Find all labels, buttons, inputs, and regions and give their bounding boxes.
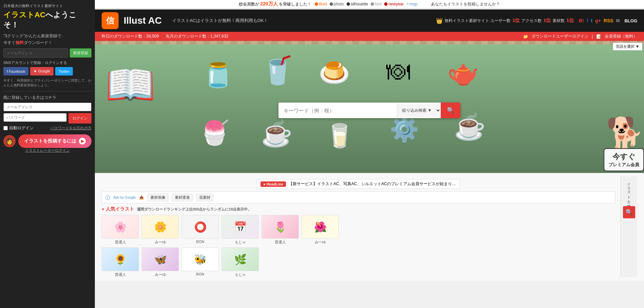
register-email-input[interactable] [3,48,68,58]
sidebar-subtitle: 日本最大の無料イラスト素材サイト [3,3,91,8]
sidebar-title: イラストACへようこそ！ [3,10,91,30]
social-links: B! f t g+ RSS ✉ BLOG [579,18,637,23]
top-nav: illust photo silhouette font newyear + m… [315,2,417,6]
right-search-button[interactable]: 🔍 [623,206,635,218]
promo-badge[interactable]: 今すぐ プレミアム会員 [604,148,644,171]
social-g-link[interactable]: g+ [595,18,601,23]
thumb-2: 🌼 [142,215,179,239]
social-t-link[interactable]: t [591,18,593,23]
register-button[interactable]: 新規登録 [70,48,91,58]
author-1: 普通人 [102,240,139,245]
facebook-button[interactable]: f Facebook [3,67,28,75]
list-item[interactable]: 🌺 みーゆ [302,215,339,245]
author-7: 普通人 [102,272,139,277]
nav-silhouette[interactable]: silhouette [347,2,368,6]
login-row: ログイン [3,113,91,124]
post-button[interactable]: イラストを投稿するには ▶ [18,134,91,148]
list-item[interactable]: 🌻 普通人 [102,247,139,277]
ads-link-1[interactable]: 素材画像 [147,194,168,201]
illustrator-login-link[interactable]: イラストレーターログイン [3,148,91,153]
yesterday-dl: 昨日のダウンロード数：59,509 [102,34,159,39]
list-item[interactable]: 🦋 みーゆ [142,247,179,277]
list-item[interactable]: 🌼 みーゆ [142,215,179,245]
thumb-4: 📅 [222,215,259,239]
plus-icon: + [407,2,409,6]
search-icon: 🔍 [447,107,454,114]
thumb-5: 🌷 [262,215,299,239]
popular-title: » 人気イラスト 週間ダウンロードランキング上位300点からランダムに19点表示… [102,206,615,212]
popular-desc: 週間ダウンロードランキング上位300点からランダムに19点表示中。 [137,207,252,212]
social-mail-link[interactable]: ✉ [616,18,620,23]
author-5: 普通人 [262,240,299,245]
download-bar: 昨日のダウンロード数：59,509 先月のダウンロード数：1,347,632 📁… [95,32,644,41]
promo-text: あなたもイラストを投稿しませんか？ [431,1,500,7]
list-item[interactable]: 🌿 もじゃ [222,247,259,277]
members-text: 総会員数が 220万人 を突破しました！ [239,1,311,7]
member-register-link[interactable]: 会員登録（無料） [605,34,637,39]
list-item[interactable]: 🌸 普通人 [102,215,139,245]
search-button[interactable]: 🔍 [441,103,460,118]
nav-photo[interactable]: photo [330,2,344,6]
headline-label: ● HeadLine [261,181,286,187]
popular-grid-2: 🌻 普通人 🦋 みーゆ 🐝 BON 🌿 もじゃ [102,247,615,277]
lower-section: ● HeadLine 【新サービス】イラストAC、写真AC、シルエットACのプレ… [95,173,644,281]
ads-row: i Ads by Google 📤 素材画像 素材透過 花素材 [102,192,615,203]
avatar-icon: 👩 [6,137,13,145]
dot-font [371,2,374,6]
thumb-8: 🦋 [142,247,179,271]
search-container: 絞り込み検索 ▼ 🔍 [278,103,460,118]
dog-illustration: 🐕 [606,118,644,148]
nav-newyear[interactable]: newyear [384,2,403,6]
social-b-link[interactable]: B! [579,18,584,23]
thumb-1: 🌸 [102,215,139,239]
google-button[interactable]: ★ Google [30,67,54,75]
list-item[interactable]: ⭕ BON [182,215,219,245]
ads-export-icon: 📤 [139,195,144,200]
headline-bar: ● HeadLine 【新サービス】イラストAC、写真AC、シルエットACのプレ… [257,179,460,189]
hero-section: 📖 🫙 🥤 🍮 🍽 🫖 🍧 ☕ 🥛 ⚙️ ☕ 言語を選択 ▼ [95,41,644,173]
autologin-checkbox[interactable] [3,126,8,130]
ads-info-icon: i [105,195,110,200]
search-box: 絞り込み検索 ▼ 🔍 [278,103,460,118]
login-email-input[interactable] [3,103,91,111]
password-input[interactable] [3,113,67,122]
nav-map[interactable]: + map [407,2,417,6]
nav-illust[interactable]: illust [315,2,327,6]
sidebar: 日本最大の無料イラスト素材サイト イラストACへようこそ！ "3クリック"かんた… [0,0,95,281]
search-icon-right: 🔍 [625,208,633,216]
top-bar: 総会員数が 220万人 を突破しました！ illust photo silhou… [95,0,644,8]
list-item[interactable]: 🌷 普通人 [262,215,299,245]
hero-stripe [95,41,644,44]
user-login-link[interactable]: ダウンロードユーザーログイン [532,34,588,39]
social-rss-link[interactable]: RSS [604,18,614,23]
play-icon: ▶ [79,138,86,145]
blog-link[interactable]: BLOG [624,18,637,23]
sidebar-desc-1: "3クリック"かんたん新規登録で、 [3,33,91,39]
social-f-link[interactable]: f [587,18,588,23]
dot-silhouette [347,2,350,6]
list-item[interactable]: 🐝 BON [182,247,219,277]
list-item[interactable]: 📅 もじゃ [222,215,259,245]
ads-link-3[interactable]: 花素材 [196,194,213,201]
ads-link-2[interactable]: 素材透過 [172,194,193,201]
search-filter-select[interactable]: 絞り込み検索 ▼ [397,104,441,117]
register-icon: 📝 [596,34,601,39]
autologin-row: 自動ログイン パスワードをお忘れの方 [3,125,91,131]
twitter-button[interactable]: Twitter [55,67,73,75]
thumb-6: 🌺 [302,215,339,239]
forgot-password-link[interactable]: パスワードをお忘れの方 [50,126,91,131]
lower-main: ● HeadLine 【新サービス】イラストAC、写真AC、シルエットACのプレ… [102,176,615,277]
right-sidebar: イラストを検索 🔍 [620,176,637,277]
rank-info: 👑 無料イラスト素材サイト ユーザー数 1位 アクセス数 1位 素材数 1位 [436,18,574,24]
sidebar-desc-2: 今すぐ無料ダウンロード！ [3,40,91,46]
dl-stats: 昨日のダウンロード数：59,509 先月のダウンロード数：1,347,632 [102,34,228,39]
language-button[interactable]: 言語を選択 ▼ [613,43,642,50]
dot-photo [330,2,333,6]
nav-font[interactable]: font [371,2,381,6]
sidebar-divider [3,91,91,91]
autologin-label[interactable]: 自動ログイン [3,125,34,131]
login-button[interactable]: ログイン [68,113,91,124]
crown-icon: 👑 [436,18,443,24]
header: 信 Illust AC イラストACはイラストが無料！商用利用もOK！ 👑 無料… [95,9,644,32]
search-input[interactable] [278,104,397,117]
